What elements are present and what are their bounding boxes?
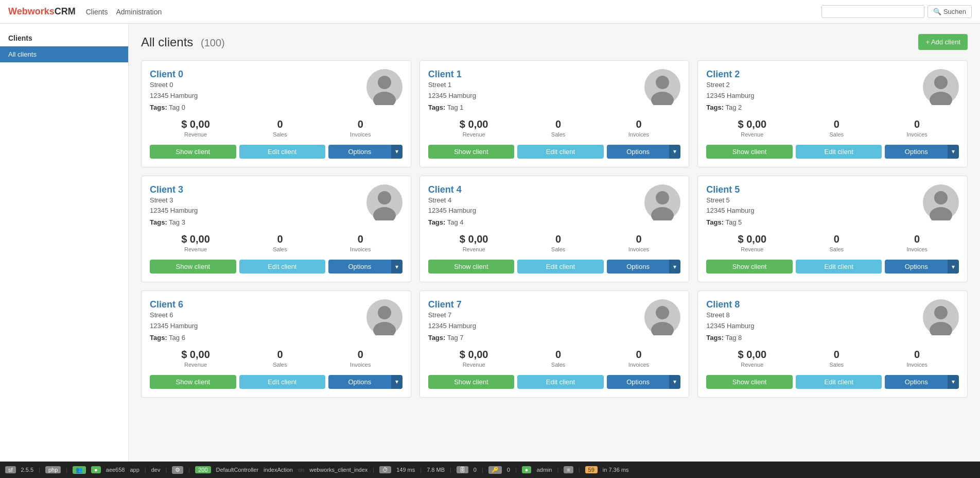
options-dropdown-button[interactable]: ▾ [391,260,402,274]
show-client-button[interactable]: Show client [706,260,793,274]
client-tags: Tags: Tag 7 [428,334,476,342]
invoices-value: 0 [628,118,649,130]
client-stats: $ 0,00 Revenue 0 Sales 0 Invoices [706,233,959,252]
show-client-button[interactable]: Show client [150,260,236,274]
revenue-stat: $ 0,00 Revenue [181,118,210,138]
revenue-value: $ 0,00 [460,349,488,361]
options-dropdown-button[interactable]: ▾ [669,260,680,274]
client-card: Client 5 Street 5 12345 Hamburg Tags: Ta… [697,176,968,283]
revenue-label: Revenue [460,131,488,138]
options-group: Options ▾ [328,145,402,159]
nav-clients[interactable]: Clients [86,8,108,16]
revenue-stat: $ 0,00 Revenue [181,233,210,252]
show-client-button[interactable]: Show client [150,375,236,389]
client-city: 12345 Hamburg [428,91,476,101]
options-button[interactable]: Options [607,145,670,159]
client-avatar [366,184,402,220]
client-name[interactable]: Client 8 [706,299,740,310]
sidebar-item-all-clients[interactable]: All clients [0,46,128,62]
options-dropdown-button[interactable]: ▾ [948,260,959,274]
revenue-value: $ 0,00 [181,118,210,130]
show-client-button[interactable]: Show client [706,375,793,389]
invoices-stat: 0 Invoices [628,118,649,138]
edit-client-button[interactable]: Edit client [796,145,882,159]
client-card-header: Client 3 Street 3 12345 Hamburg Tags: Ta… [150,184,402,227]
options-dropdown-button[interactable]: ▾ [391,145,402,159]
svg-point-4 [656,76,669,89]
client-card-header: Client 8 Street 8 12345 Hamburg Tags: Ta… [706,299,959,342]
options-button[interactable]: Options [607,260,670,274]
show-client-button[interactable]: Show client [428,375,515,389]
edit-client-button[interactable]: Edit client [796,260,882,274]
client-name[interactable]: Client 1 [428,69,462,79]
client-name[interactable]: Client 4 [428,184,462,195]
edit-client-button[interactable]: Edit client [239,375,326,389]
show-client-button[interactable]: Show client [150,145,236,159]
options-dropdown-button[interactable]: ▾ [948,145,959,159]
brand-logo[interactable]: WebworksCRM [8,6,76,17]
options-dropdown-button[interactable]: ▾ [391,375,402,389]
options-button[interactable]: Options [885,375,948,389]
sales-label: Sales [830,362,844,368]
revenue-value: $ 0,00 [460,118,488,130]
edit-client-button[interactable]: Edit client [517,260,604,274]
client-address: Street 7 12345 Hamburg [428,310,476,332]
client-name[interactable]: Client 2 [706,69,740,79]
invoices-value: 0 [628,233,649,245]
client-actions: Show client Edit client Options ▾ [706,260,959,274]
revenue-value: $ 0,00 [181,233,210,245]
options-button[interactable]: Options [607,375,670,389]
add-client-button[interactable]: + Add client [918,34,968,50]
options-group: Options ▾ [607,260,681,274]
clients-grid: Client 0 Street 0 12345 Hamburg Tags: Ta… [141,60,968,398]
svg-point-7 [934,76,948,89]
revenue-stat: $ 0,00 Revenue [460,118,488,138]
client-actions: Show client Edit client Options ▾ [706,375,959,389]
client-name[interactable]: Client 3 [150,184,183,195]
invoices-value: 0 [350,118,371,130]
show-client-button[interactable]: Show client [428,145,515,159]
sales-stat: 0 Sales [830,233,844,252]
client-address: Street 2 12345 Hamburg [706,80,754,101]
revenue-label: Revenue [738,246,767,252]
options-dropdown-button[interactable]: ▾ [948,375,959,389]
search-input[interactable] [821,5,924,18]
client-street: Street 1 [428,80,476,91]
client-name[interactable]: Client 5 [706,184,740,195]
client-tags: Tags: Tag 6 [150,334,198,342]
options-button[interactable]: Options [885,145,948,159]
revenue-label: Revenue [460,246,488,252]
client-avatar [644,184,680,220]
edit-client-button[interactable]: Edit client [517,375,604,389]
sales-value: 0 [273,349,287,361]
client-avatar [644,69,680,105]
edit-client-button[interactable]: Edit client [517,145,604,159]
revenue-value: $ 0,00 [738,118,767,130]
client-name[interactable]: Client 6 [150,299,183,310]
edit-client-button[interactable]: Edit client [239,260,326,274]
nav-administration[interactable]: Administration [116,8,162,16]
invoices-label: Invoices [906,362,927,368]
options-dropdown-button[interactable]: ▾ [669,375,680,389]
client-card: Client 1 Street 1 12345 Hamburg Tags: Ta… [419,60,690,167]
client-name[interactable]: Client 0 [150,69,183,79]
sidebar: Clients All clients [0,24,129,462]
edit-client-button[interactable]: Edit client [796,375,882,389]
client-card-header: Client 0 Street 0 12345 Hamburg Tags: Ta… [150,69,402,111]
options-button[interactable]: Options [885,260,948,274]
sales-stat: 0 Sales [273,349,287,368]
options-dropdown-button[interactable]: ▾ [669,145,680,159]
options-button[interactable]: Options [328,260,391,274]
search-button[interactable]: 🔍 Suchen [927,5,972,18]
show-client-button[interactable]: Show client [706,145,793,159]
client-name[interactable]: Client 7 [428,299,462,310]
client-address: Street 4 12345 Hamburg [428,195,476,217]
client-card: Client 7 Street 7 12345 Hamburg Tags: Ta… [419,291,690,398]
edit-client-button[interactable]: Edit client [239,145,326,159]
client-street: Street 5 [706,195,754,206]
page-title: All clients (100) [141,35,225,49]
show-client-button[interactable]: Show client [428,260,515,274]
options-button[interactable]: Options [328,145,391,159]
client-tags: Tags: Tag 8 [706,334,754,342]
options-button[interactable]: Options [328,375,391,389]
